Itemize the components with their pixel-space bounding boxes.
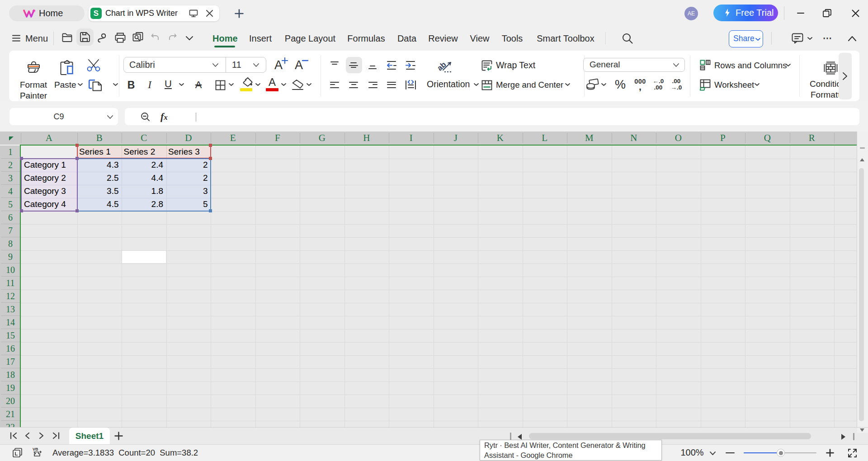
svg-text:VB: VB xyxy=(33,447,38,452)
